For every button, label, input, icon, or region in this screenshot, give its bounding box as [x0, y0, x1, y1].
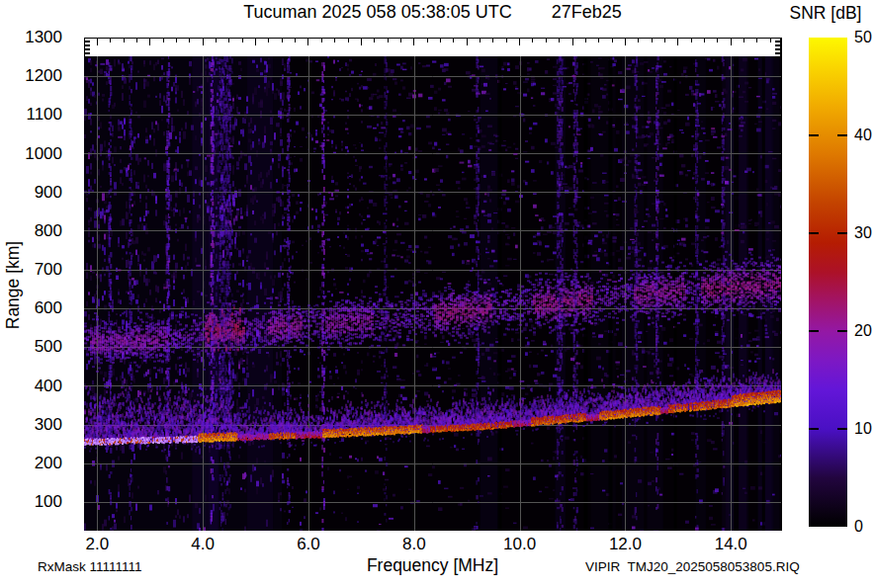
x-minor-tick: [652, 39, 653, 42]
x-major-tick: [149, 39, 150, 45]
x-major-tick: [307, 39, 308, 45]
y-tick-label-1300: 1300: [0, 28, 62, 46]
x-minor-tick: [559, 39, 560, 42]
colorbar-tick-mark: [809, 428, 819, 430]
x-major-tick: [731, 39, 732, 45]
x-minor-tick: [176, 39, 177, 42]
x-tick-label-6: 6.0: [279, 535, 338, 553]
colorbar-tick-label-10: 10: [854, 420, 872, 438]
colorbar-title: SNR [dB]: [777, 3, 874, 24]
x-minor-tick: [440, 39, 441, 42]
y-tick-label-1200: 1200: [0, 66, 62, 85]
x-tick-label-14: 14.0: [701, 535, 760, 553]
colorbar-tick-label-30: 30: [854, 224, 872, 242]
colorbar-tick-mark: [809, 330, 819, 332]
x-major-tick: [572, 39, 573, 45]
colorbar-tick-mark: [837, 134, 847, 136]
colorbar: [809, 38, 847, 527]
x-minor-tick: [453, 39, 454, 42]
x-minor-tick: [136, 39, 137, 42]
x-tick-label-4: 4.0: [173, 535, 232, 553]
colorbar-tick-mark: [809, 134, 819, 136]
x-minor-tick: [242, 39, 243, 42]
ionogram-heatmap-canvas: [84, 56, 781, 531]
x-minor-tick: [400, 39, 401, 42]
colorbar-tick-label-50: 50: [854, 29, 872, 46]
colorbar-tick-mark: [809, 232, 819, 234]
x-minor-tick: [388, 39, 389, 42]
colorbar-tick-label-0: 0: [854, 518, 863, 536]
x-minor-tick: [334, 39, 335, 42]
y-tick-label-900: 900: [0, 183, 62, 202]
x-minor-tick: [546, 39, 547, 42]
x-minor-tick: [480, 39, 481, 42]
x-minor-tick: [427, 39, 428, 42]
x-major-tick: [203, 39, 204, 45]
x-minor-tick: [124, 39, 125, 42]
x-minor-tick: [268, 39, 269, 42]
y-tick-label-600: 600: [0, 298, 62, 317]
x-tick-label-12: 12.0: [595, 535, 655, 553]
x-minor-tick: [189, 39, 190, 42]
x-tick-label-10: 10.0: [490, 535, 550, 553]
colorbar-tick-mark: [837, 232, 847, 234]
x-major-tick: [467, 39, 468, 45]
colorbar-tick-mark: [837, 428, 847, 430]
x-minor-tick: [321, 39, 322, 42]
x-tick-label-2: 2.0: [67, 535, 127, 553]
x-minor-tick: [110, 39, 111, 42]
y-minor-tick-right: [775, 56, 780, 58]
x-minor-tick: [585, 39, 586, 42]
x-minor-tick: [295, 39, 296, 42]
y-minor-tick-right: [775, 48, 780, 50]
colorbar-tick-label-40: 40: [854, 126, 872, 144]
y-tick-label-1100: 1100: [0, 105, 62, 124]
x-major-tick: [677, 39, 678, 45]
y-tick-label-700: 700: [0, 260, 62, 279]
y-minor-tick-left: [85, 52, 90, 54]
x-minor-tick: [492, 39, 493, 42]
y-minor-tick-left: [85, 48, 90, 50]
y-minor-tick-right: [775, 52, 780, 54]
y-tick-label-500: 500: [0, 337, 62, 356]
x-minor-tick: [756, 39, 757, 42]
x-major-tick: [255, 39, 256, 45]
x-minor-tick: [691, 39, 692, 42]
x-major-tick: [625, 39, 626, 45]
ionogram-page: Tucuman 2025 058 05:38:05 UTC 27Feb25 SN…: [0, 0, 874, 588]
x-major-tick: [413, 39, 414, 45]
x-minor-tick: [532, 39, 533, 42]
file-name-label: VIPIR TMJ20_2025058053805.RIQ: [585, 559, 800, 574]
x-minor-tick: [638, 39, 639, 42]
x-minor-tick: [348, 39, 349, 42]
y-minor-tick-left: [85, 41, 90, 42]
x-minor-tick: [216, 39, 217, 42]
y-minor-tick-right: [775, 44, 780, 46]
x-minor-tick: [163, 39, 164, 42]
y-tick-label-100: 100: [0, 492, 62, 511]
x-minor-tick: [664, 39, 665, 42]
x-minor-tick: [228, 39, 229, 42]
x-minor-tick: [506, 39, 507, 42]
x-minor-tick: [704, 39, 705, 42]
x-major-tick: [97, 39, 98, 45]
plot-title-row: Tucuman 2025 058 05:38:05 UTC 27Feb25: [84, 2, 781, 23]
y-tick-label-800: 800: [0, 221, 62, 240]
y-tick-label-1000: 1000: [0, 144, 62, 163]
x-major-tick: [519, 39, 520, 45]
x-minor-tick: [598, 39, 599, 42]
x-major-tick: [361, 39, 362, 45]
y-minor-tick-left: [85, 56, 90, 58]
y-tick-label-300: 300: [0, 415, 62, 434]
y-minor-tick-left: [85, 44, 90, 46]
x-minor-tick: [612, 39, 613, 42]
colorbar-tick-mark: [837, 330, 847, 332]
x-minor-tick: [374, 39, 375, 42]
x-minor-tick: [770, 39, 771, 42]
y-tick-label-400: 400: [0, 377, 62, 395]
x-tick-label-8: 8.0: [385, 535, 444, 553]
plot-date: 27Feb25: [552, 2, 622, 23]
y-axis-label: Range [km]: [3, 226, 24, 345]
rx-mask-label: RxMask 11111111: [38, 559, 142, 574]
y-tick-label-200: 200: [0, 454, 62, 472]
